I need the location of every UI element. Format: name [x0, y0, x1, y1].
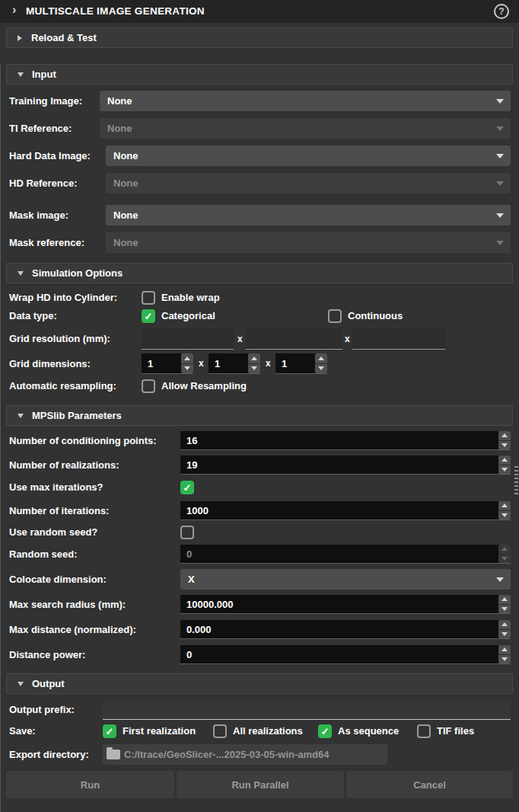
cancel-button[interactable]: Cancel	[346, 771, 513, 798]
use-random-seed-label: Use random seed?	[9, 525, 97, 540]
save-label: Save:	[9, 723, 36, 740]
realizations-spinbox[interactable]: 19	[180, 456, 511, 475]
section-label: Reload & Test	[31, 32, 97, 43]
continuous-checkbox[interactable]	[328, 309, 342, 323]
allow-resampling-checkbox[interactable]	[142, 379, 155, 393]
page-title: MULTISCALE IMAGE GENERATION	[26, 0, 205, 23]
all-realizations-checkbox-label[interactable]: All realizations	[233, 723, 303, 740]
use-max-iterations-checkbox[interactable]: ✓	[180, 481, 194, 494]
dimension-separator: x	[266, 353, 271, 374]
dimension-separator: x	[237, 328, 243, 350]
grid-resolution-label: Grid resolution (mm):	[9, 328, 110, 350]
as-sequence-checkbox[interactable]: ✓	[318, 724, 332, 738]
tif-files-checkbox[interactable]	[417, 724, 431, 738]
grid-resolution-x-input[interactable]	[142, 328, 234, 350]
spin-down-icon	[501, 513, 508, 517]
chevron-down-icon	[496, 154, 504, 158]
spin-down-icon	[501, 657, 508, 661]
first-realization-checkbox-label[interactable]: First realization	[123, 723, 196, 740]
first-realization-checkbox[interactable]: ✓	[103, 724, 116, 738]
max-search-radius-spinbox[interactable]: 10000.000	[180, 595, 511, 614]
grid-dimension-z-spinbox[interactable]: 1	[275, 353, 327, 374]
spinner-buttons[interactable]	[315, 353, 327, 373]
grid-dimension-x-spinbox[interactable]: 1	[142, 353, 193, 374]
iterations-spinbox[interactable]: 1000	[180, 501, 511, 520]
spinner-buttons[interactable]	[248, 353, 260, 373]
spinner-buttons[interactable]	[498, 456, 511, 474]
realizations-label: Number of realizations:	[9, 456, 119, 475]
spinner-buttons[interactable]	[498, 595, 511, 613]
collapse-chevron-icon[interactable]: ›	[12, 3, 16, 17]
enable-wrap-checkbox[interactable]	[142, 291, 155, 305]
colocate-dimension-label: Colocate dimension:	[9, 569, 107, 590]
spinner-buttons[interactable]	[181, 353, 193, 373]
run-parallel-button[interactable]: Run Parallel	[177, 771, 344, 798]
spinner-buttons[interactable]	[498, 620, 511, 638]
spin-up-icon	[184, 356, 190, 360]
spin-down-icon	[501, 632, 508, 636]
iterations-label: Number of iterations:	[9, 501, 109, 520]
max-distance-spinbox[interactable]: 0.000	[180, 620, 511, 639]
data-type-label: Data type:	[9, 308, 57, 324]
chevron-down-icon	[496, 241, 504, 245]
export-directory-label: Export directory:	[9, 745, 89, 765]
grid-resolution-z-input[interactable]	[352, 328, 445, 350]
help-icon[interactable]: ?	[494, 4, 509, 19]
ti-reference-combobox: None	[100, 118, 511, 139]
spinner-buttons[interactable]	[498, 501, 511, 519]
use-max-iterations-label: Use max iterations?	[9, 480, 103, 495]
section-reload-and-test[interactable]: Reload & Test	[6, 27, 513, 48]
spin-down-icon	[501, 557, 508, 561]
enable-wrap-checkbox-label[interactable]: Enable wrap	[161, 290, 220, 305]
spinner-buttons	[498, 545, 511, 563]
spin-down-icon	[184, 366, 190, 370]
section-label: MPSlib Parameters	[32, 410, 122, 421]
training-image-combobox[interactable]: None	[100, 91, 511, 111]
mask-reference-label: Mask reference:	[9, 232, 84, 253]
categorical-checkbox-label[interactable]: Categorical	[161, 308, 215, 324]
allow-resampling-checkbox-label[interactable]: Allow Resampling	[161, 379, 247, 394]
section-mpslib-parameters[interactable]: MPSlib Parameters	[6, 405, 513, 426]
chevron-down-icon	[496, 126, 504, 131]
chevron-down-icon	[496, 181, 504, 186]
categorical-checkbox[interactable]: ✓	[142, 309, 155, 323]
dimension-separator: x	[199, 353, 204, 374]
mask-image-label: Mask image:	[9, 205, 68, 225]
spin-down-icon	[501, 468, 508, 472]
tif-files-checkbox-label[interactable]: TIF files	[437, 723, 474, 740]
section-label: Simulation Options	[32, 267, 123, 279]
combobox-value: None	[107, 123, 132, 134]
all-realizations-checkbox[interactable]	[213, 724, 227, 738]
export-directory-button[interactable]: C:/ltrace/GeoSlicer-...2025-03-05-win-am…	[103, 744, 387, 765]
panel-edge	[0, 64, 1, 812]
spin-up-icon	[501, 597, 508, 601]
spin-up-icon	[251, 356, 257, 360]
mask-image-combobox[interactable]: None	[106, 205, 511, 225]
spinner-buttons[interactable]	[498, 431, 511, 449]
continuous-checkbox-label[interactable]: Continuous	[348, 308, 403, 324]
colocate-dimension-combobox[interactable]: X	[180, 569, 511, 590]
run-button[interactable]: Run	[6, 771, 174, 798]
spin-up-icon	[501, 504, 508, 507]
section-output[interactable]: Output	[6, 673, 513, 694]
training-image-label: Training Image:	[9, 91, 82, 111]
spin-up-icon	[501, 458, 508, 462]
output-prefix-input[interactable]	[103, 700, 511, 720]
combobox-value: None	[107, 95, 132, 107]
random-seed-label: Random seed:	[9, 545, 78, 564]
scroll-grip[interactable]	[514, 466, 518, 495]
section-input[interactable]: Input	[6, 64, 513, 85]
grid-dimension-y-spinbox[interactable]: 1	[209, 353, 260, 374]
spinbox-value: 0.000	[186, 624, 212, 635]
distance-power-spinbox[interactable]: 0	[180, 645, 511, 664]
section-simulation-options[interactable]: Simulation Options	[6, 263, 513, 283]
use-random-seed-checkbox[interactable]	[180, 526, 194, 539]
conditioning-points-spinbox[interactable]: 16	[180, 431, 511, 450]
max-distance-label: Max distance (normalized):	[9, 620, 136, 639]
as-sequence-checkbox-label[interactable]: As sequence	[338, 723, 399, 740]
hard-data-image-combobox[interactable]: None	[106, 145, 511, 166]
multiscale-image-generation-panel: › MULTISCALE IMAGE GENERATION ? Reload &…	[0, 0, 519, 812]
grid-resolution-y-input[interactable]	[246, 328, 342, 350]
combobox-value: None	[113, 237, 139, 248]
spinner-buttons[interactable]	[498, 645, 511, 663]
